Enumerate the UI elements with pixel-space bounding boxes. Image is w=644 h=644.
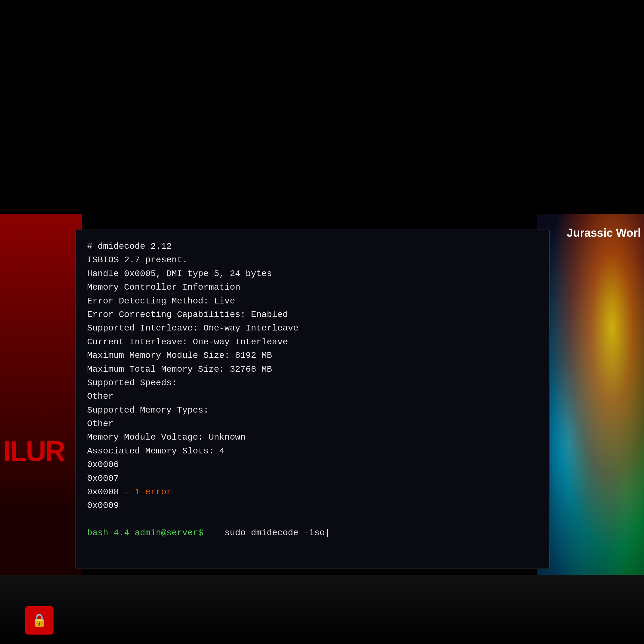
terminal-line-maxmod: Maximum Memory Module Size: 8192 MB [87,349,538,362]
terminal-line-cmd: # dmidecode 2.12 [87,240,538,253]
top-black-region [0,0,644,214]
terminal-line-supint: Supported Interleave: One-way Interleave [87,321,538,335]
terminal-line-other1: Other [87,390,538,403]
terminal-line-supmemtypes: Supported Memory Types: [87,403,538,417]
terminal-prompt-user: bash-4.4 admin@server$ [87,528,203,538]
terminal-line-slot2: 0x0007 [87,472,538,485]
terminal-prompt-spacer [208,528,219,538]
terminal-content: # dmidecode 2.12 ISBIOS 2.7 present. Han… [87,240,538,540]
terminal-line-errcorr: Error Correcting Capabilities: Enabled [87,308,538,321]
heatmap-visualization [537,214,644,591]
terminal-prompt-line[interactable]: bash-4.4 admin@server$ sudo dmidecode -i… [87,526,538,540]
terminal-line-curint: Current Interleave: One-way Interleave [87,335,538,349]
terminal-prompt-command[interactable]: sudo dmidecode -iso| [225,528,330,538]
right-heatmap-panel [537,214,644,591]
jurassic-label: Jurassic Worl [567,226,641,240]
terminal-line-slot3-error: 0x0008 – 1 error [87,485,538,499]
left-panel-text: ILUR [0,437,82,465]
terminal-line-errdet: Error Detecting Method: Live [87,294,538,308]
terminal-line-supspeeds: Supported Speeds: [87,376,538,390]
terminal-line-assocslots: Associated Memory Slots: 4 [87,444,538,458]
terminal-slot3-prefix: 0x0008 [87,487,124,497]
terminal-slot3-error-text: – 1 error [124,487,172,497]
terminal-line-maxtot: Maximum Total Memory Size: 32768 MB [87,363,538,376]
terminal-blank-line [87,513,538,526]
bottom-bar: 🔒 [0,575,644,644]
terminal-line-slot4: 0x0009 [87,499,538,512]
terminal-line-handle: Handle 0x0005, DMI type 5, 24 bytes [87,267,538,280]
left-game-panel: ILUR [0,214,82,591]
terminal-line-other2: Other [87,417,538,430]
lock-icon: 🔒 [31,613,47,628]
terminal-line-bios: ISBIOS 2.7 present. [87,253,538,267]
terminal-line-slot1: 0x0006 [87,458,538,471]
terminal-line-memvolt: Memory Module Voltage: Unknown [87,430,538,444]
lock-icon-container: 🔒 [25,606,53,635]
terminal-window: # dmidecode 2.12 ISBIOS 2.7 present. Han… [75,230,550,569]
terminal-line-memctrl: Memory Controller Information [87,280,538,294]
